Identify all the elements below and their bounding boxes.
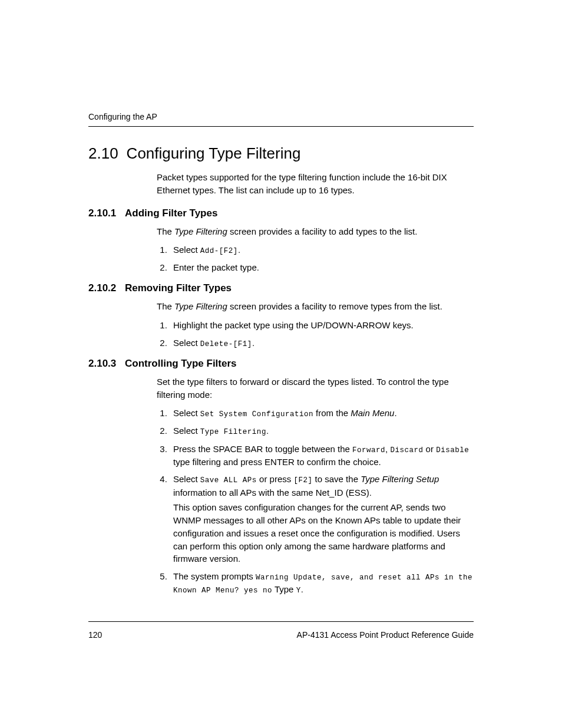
sub1-step2: Enter the packet type. [170, 261, 474, 274]
running-head: Configuring the AP [88, 112, 474, 121]
sub2-step2: Select Delete-[F1]. [170, 337, 474, 350]
top-rule [88, 126, 474, 127]
footer-row: 120 AP-4131 Access Point Product Referen… [88, 630, 474, 640]
sub3-step3: Press the SPACE BAR to toggle between th… [170, 443, 474, 469]
text: The [157, 301, 174, 311]
sub1-title: 2.10.1Adding Filter Types [88, 207, 474, 219]
text: information to all APs with the same Net… [173, 487, 372, 498]
text: Select [173, 245, 200, 255]
mono-text: Type Filtering [200, 428, 266, 436]
mono-text: Set System Configuration [200, 410, 313, 419]
text: Select [173, 474, 200, 484]
sub3-body: Set the type filters to forward or disca… [157, 375, 474, 597]
bottom-rule [88, 621, 474, 622]
sub3-step1: Select Set System Configuration from the… [170, 407, 474, 420]
section-number: 2.10 [88, 144, 118, 163]
text: type filtering and press ENTER to confir… [173, 457, 381, 467]
text: or press [257, 474, 294, 484]
italic-text: Type Filtering Setup [361, 474, 439, 484]
sub1-body: The Type Filtering screen provides a fac… [157, 225, 474, 275]
subsection-adding: 2.10.1Adding Filter Types The Type Filte… [88, 207, 474, 275]
mono-text: Y [296, 587, 301, 595]
italic-text: Main Menu [351, 408, 394, 418]
text: The [157, 226, 174, 236]
mono-text: [F2] [293, 476, 312, 485]
mono-text: Forward [352, 446, 385, 454]
sub1-number: 2.10.1 [88, 207, 125, 219]
text: Type [272, 584, 296, 594]
text: screen provides a facility to remove typ… [227, 301, 442, 311]
mono-text: Disable [436, 446, 469, 454]
text: Select [173, 338, 200, 348]
text: screen provides a facility to add types … [227, 226, 418, 236]
text: . [301, 584, 303, 594]
sub1-intro: The Type Filtering screen provides a fac… [157, 225, 474, 238]
section-title-text: Configuring Type Filtering [127, 144, 301, 162]
mono-text: Delete-[F1] [200, 340, 252, 348]
text: from the [313, 408, 351, 418]
document-page: Configuring the AP 2.10Configuring Type … [0, 0, 562, 596]
sub3-title-text: Controlling Type Filters [125, 358, 237, 369]
mono-text: Save ALL APs [200, 476, 257, 485]
sub1-title-text: Adding Filter Types [125, 207, 217, 219]
sub2-title: 2.10.2Removing Filter Types [88, 282, 474, 294]
text: Select [173, 426, 200, 436]
subsection-controlling: 2.10.3Controlling Type Filters Set the t… [88, 358, 474, 597]
text: . [266, 426, 269, 436]
sub3-step4-extra: This option saves configuration changes … [173, 501, 474, 565]
doc-title: AP-4131 Access Point Product Reference G… [297, 630, 474, 640]
sub2-number: 2.10.2 [88, 282, 125, 294]
italic-text: Type Filtering [174, 301, 227, 311]
sub3-step5: The system prompts Warning Update, save,… [170, 570, 474, 596]
text: The system prompts [173, 571, 256, 581]
subsection-removing: 2.10.2Removing Filter Types The Type Fil… [88, 282, 474, 350]
sub3-number: 2.10.3 [88, 358, 125, 370]
sub1-steps: Select Add-[F2]. Enter the packet type. [157, 243, 474, 274]
text: . [394, 408, 396, 418]
sub3-title: 2.10.3Controlling Type Filters [88, 358, 474, 370]
sub3-step2: Select Type Filtering. [170, 424, 474, 437]
sub3-step4: Select Save ALL APs or press [F2] to sav… [170, 473, 474, 565]
text: Select [173, 408, 200, 418]
text: to save the [312, 474, 361, 484]
sub1-step1: Select Add-[F2]. [170, 243, 474, 256]
text: Press the SPACE BAR to toggle between th… [173, 444, 352, 454]
sub3-steps: Select Set System Configuration from the… [157, 407, 474, 596]
section-title: 2.10Configuring Type Filtering [88, 144, 474, 163]
page-number: 120 [88, 630, 102, 640]
text: . [252, 338, 254, 348]
text: or [423, 444, 436, 454]
sub2-title-text: Removing Filter Types [125, 282, 232, 294]
section-intro: Packet types supported for the type filt… [157, 171, 474, 197]
sub2-body: The Type Filtering screen provides a fac… [157, 300, 474, 350]
text: . [238, 245, 240, 255]
sub2-step1: Highlight the packet type using the UP/D… [170, 319, 474, 332]
mono-text: Add-[F2] [200, 247, 238, 255]
mono-text: Discard [390, 446, 423, 454]
italic-text: Type Filtering [174, 226, 227, 236]
sub2-steps: Highlight the packet type using the UP/D… [157, 319, 474, 350]
sub2-intro: The Type Filtering screen provides a fac… [157, 300, 474, 313]
sub3-intro: Set the type filters to forward or disca… [157, 375, 474, 401]
page-footer: 120 AP-4131 Access Point Product Referen… [88, 621, 474, 640]
